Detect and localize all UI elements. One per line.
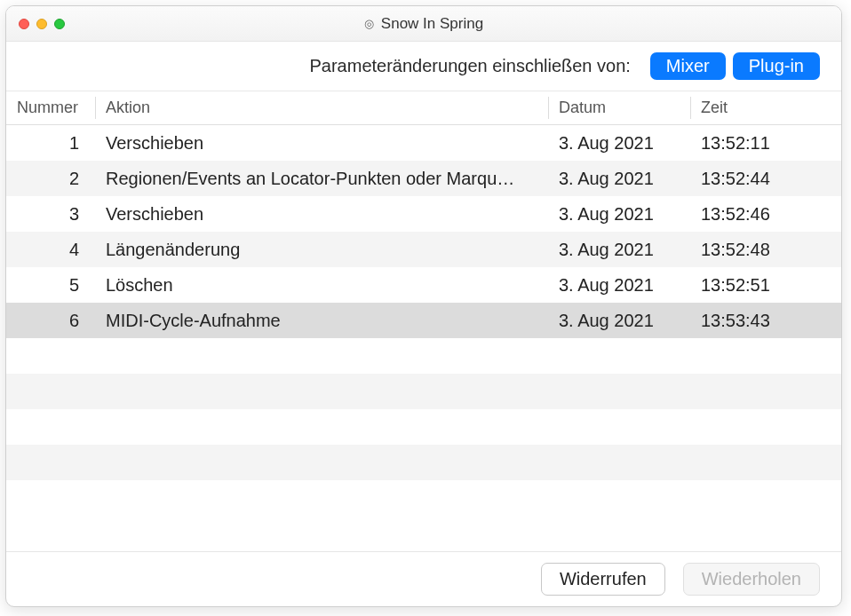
cell-date: 3. Aug 2021 <box>548 311 690 331</box>
cell-time: 13:52:46 <box>690 204 841 225</box>
cell-action: Verschieben <box>95 204 548 225</box>
mixer-button[interactable]: Mixer <box>650 52 726 80</box>
cell-date: 3. Aug 2021 <box>548 133 690 154</box>
cell-number: 1 <box>6 133 95 154</box>
cell-time: 13:52:51 <box>690 275 841 296</box>
col-number[interactable]: Nummer <box>6 91 95 124</box>
col-date[interactable]: Datum <box>548 91 690 124</box>
table-row[interactable]: 3Verschieben3. Aug 202113:52:46 <box>6 196 841 232</box>
undo-button[interactable]: Widerrufen <box>541 563 665 596</box>
cell-action: Löschen <box>95 275 548 296</box>
table-row[interactable]: 6MIDI-Cycle-Aufnahme3. Aug 202113:53:43 <box>6 303 841 338</box>
cell-number: 2 <box>6 169 95 189</box>
titlebar: ◎ Snow In Spring <box>6 6 841 42</box>
title-center: ◎ Snow In Spring <box>6 15 841 33</box>
cell-time: 13:52:11 <box>690 133 841 154</box>
cell-time: 13:52:48 <box>690 240 841 260</box>
history-table: Nummer Aktion Datum Zeit 1Verschieben3. … <box>6 91 841 551</box>
close-button[interactable] <box>19 19 29 29</box>
col-action[interactable]: Aktion <box>95 91 548 124</box>
table-row[interactable]: 2Regionen/Events an Locator-Punkten oder… <box>6 161 841 196</box>
toolbar-label: Parameteränderungen einschließen von: <box>310 56 631 76</box>
cell-number: 5 <box>6 275 95 296</box>
undo-history-window: ◎ Snow In Spring Parameteränderungen ein… <box>5 5 842 607</box>
traffic-lights <box>6 19 65 29</box>
maximize-button[interactable] <box>54 19 65 29</box>
table-row[interactable]: 4Längenänderung3. Aug 202113:52:48 <box>6 232 841 267</box>
empty-row <box>6 445 841 480</box>
cell-action: Verschieben <box>95 133 548 154</box>
table-body[interactable]: 1Verschieben3. Aug 202113:52:112Regionen… <box>6 125 841 551</box>
redo-button: Wiederholen <box>683 563 820 596</box>
col-time[interactable]: Zeit <box>690 91 841 124</box>
empty-row <box>6 409 841 445</box>
window-title: Snow In Spring <box>381 15 483 33</box>
cell-date: 3. Aug 2021 <box>548 240 690 260</box>
cell-date: 3. Aug 2021 <box>548 275 690 296</box>
cell-number: 3 <box>6 204 95 225</box>
empty-row <box>6 374 841 409</box>
footer: Widerrufen Wiederholen <box>6 551 841 606</box>
cell-date: 3. Aug 2021 <box>548 169 690 189</box>
cell-action: Regionen/Events an Locator-Punkten oder … <box>95 169 548 189</box>
cell-action: Längenänderung <box>95 240 548 260</box>
cell-time: 13:52:44 <box>690 169 841 189</box>
cell-number: 6 <box>6 311 95 331</box>
table-header: Nummer Aktion Datum Zeit <box>6 91 841 125</box>
empty-row <box>6 338 841 374</box>
table-row[interactable]: 5Löschen3. Aug 202113:52:51 <box>6 267 841 303</box>
toolbar: Parameteränderungen einschließen von: Mi… <box>6 42 841 91</box>
cell-date: 3. Aug 2021 <box>548 204 690 225</box>
document-icon: ◎ <box>364 17 374 30</box>
table-row[interactable]: 1Verschieben3. Aug 202113:52:11 <box>6 125 841 161</box>
cell-time: 13:53:43 <box>690 311 841 331</box>
cell-number: 4 <box>6 240 95 260</box>
plugin-button[interactable]: Plug-in <box>733 52 820 80</box>
minimize-button[interactable] <box>36 19 47 29</box>
empty-row <box>6 480 841 516</box>
cell-action: MIDI-Cycle-Aufnahme <box>95 311 548 331</box>
